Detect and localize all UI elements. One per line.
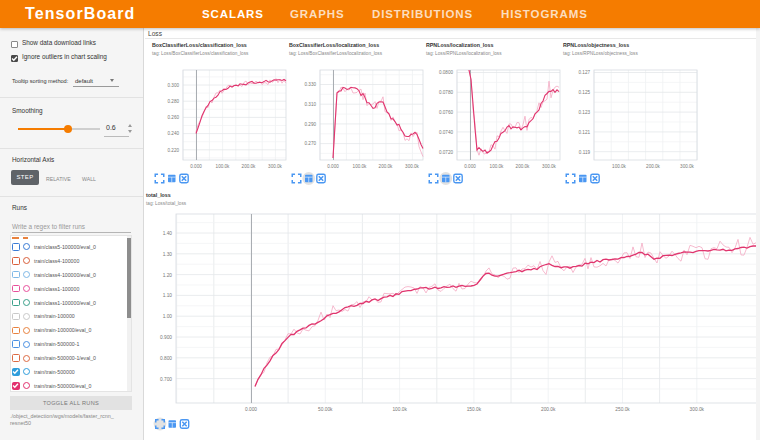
svg-text:0.119: 0.119 bbox=[579, 150, 591, 155]
svg-text:300.0k: 300.0k bbox=[405, 164, 419, 169]
svg-text:0.290: 0.290 bbox=[305, 122, 317, 127]
svg-text:0.123: 0.123 bbox=[579, 110, 591, 115]
svg-text:0.0740: 0.0740 bbox=[439, 130, 453, 135]
svg-text:100.0k: 100.0k bbox=[216, 164, 230, 169]
svg-text:0.000: 0.000 bbox=[327, 164, 339, 169]
svg-text:200.0k: 200.0k bbox=[516, 164, 530, 169]
svg-text:0.310: 0.310 bbox=[305, 102, 317, 107]
svg-text:0.220: 0.220 bbox=[168, 148, 180, 153]
svg-text:100.0k: 100.0k bbox=[392, 407, 407, 412]
svg-text:0.121: 0.121 bbox=[579, 130, 591, 135]
svg-text:RPNLoss/localization_loss: RPNLoss/localization_loss bbox=[426, 42, 493, 48]
svg-text:100.0k: 100.0k bbox=[490, 164, 504, 169]
svg-text:1.20: 1.20 bbox=[163, 273, 173, 278]
svg-text:BoxClassifierLoss/localization: BoxClassifierLoss/localization_loss bbox=[289, 42, 379, 48]
svg-text:1.30: 1.30 bbox=[163, 252, 173, 257]
svg-text:total_loss: total_loss bbox=[146, 192, 171, 198]
svg-text:0.260: 0.260 bbox=[168, 115, 180, 120]
svg-text:tag: Loss/RPNLoss/localization: tag: Loss/RPNLoss/localization_loss bbox=[426, 51, 502, 56]
svg-text:100.0k: 100.0k bbox=[612, 164, 626, 169]
svg-text:0.240: 0.240 bbox=[168, 131, 180, 136]
svg-text:1.00: 1.00 bbox=[163, 314, 173, 319]
svg-text:0.000: 0.000 bbox=[190, 164, 202, 169]
svg-text:0.127: 0.127 bbox=[579, 70, 591, 75]
svg-text:200.0k: 200.0k bbox=[541, 407, 556, 412]
svg-text:0.0780: 0.0780 bbox=[439, 90, 453, 95]
svg-text:300.0k: 300.0k bbox=[680, 164, 694, 169]
svg-text:300.0k: 300.0k bbox=[690, 407, 705, 412]
svg-text:100.0k: 100.0k bbox=[353, 164, 367, 169]
svg-text:0.000: 0.000 bbox=[245, 407, 257, 412]
svg-text:0.000: 0.000 bbox=[464, 164, 476, 169]
svg-text:tag: Loss/BoxClassifierLoss/cl: tag: Loss/BoxClassifierLoss/classificati… bbox=[152, 51, 249, 56]
svg-text:0.280: 0.280 bbox=[168, 99, 180, 104]
svg-text:200.0k: 200.0k bbox=[379, 164, 393, 169]
svg-text:1.10: 1.10 bbox=[163, 293, 173, 298]
svg-text:50.00k: 50.00k bbox=[318, 407, 333, 412]
svg-text:200.0k: 200.0k bbox=[242, 164, 256, 169]
svg-text:0.300: 0.300 bbox=[168, 83, 180, 88]
svg-text:0.700: 0.700 bbox=[160, 377, 172, 382]
svg-text:tag: Loss/RPNLoss/objectness_l: tag: Loss/RPNLoss/objectness_loss bbox=[563, 51, 638, 56]
svg-text:tag: Loss/BoxClassifierLoss/lo: tag: Loss/BoxClassifierLoss/localization… bbox=[289, 51, 383, 56]
svg-text:0.800: 0.800 bbox=[160, 356, 172, 361]
svg-text:300.0k: 300.0k bbox=[268, 164, 282, 169]
svg-text:250.0k: 250.0k bbox=[615, 407, 630, 412]
svg-text:200.0k: 200.0k bbox=[646, 164, 660, 169]
svg-text:300.0k: 300.0k bbox=[542, 164, 556, 169]
svg-text:tag: Loss/total_loss: tag: Loss/total_loss bbox=[146, 201, 187, 206]
svg-text:RPNLoss/objectness_loss: RPNLoss/objectness_loss bbox=[563, 42, 629, 48]
svg-text:0.330: 0.330 bbox=[305, 82, 317, 87]
svg-text:BoxClassifierLoss/classificati: BoxClassifierLoss/classification_loss bbox=[152, 42, 247, 48]
svg-text:0.125: 0.125 bbox=[579, 90, 591, 95]
svg-text:0.0760: 0.0760 bbox=[439, 110, 453, 115]
svg-text:0.900: 0.900 bbox=[160, 335, 172, 340]
svg-text:1.40: 1.40 bbox=[163, 231, 173, 236]
svg-text:0.0800: 0.0800 bbox=[439, 70, 453, 75]
svg-text:0.0720: 0.0720 bbox=[439, 150, 453, 155]
svg-text:0.270: 0.270 bbox=[305, 141, 317, 146]
svg-text:150.0k: 150.0k bbox=[467, 407, 482, 412]
